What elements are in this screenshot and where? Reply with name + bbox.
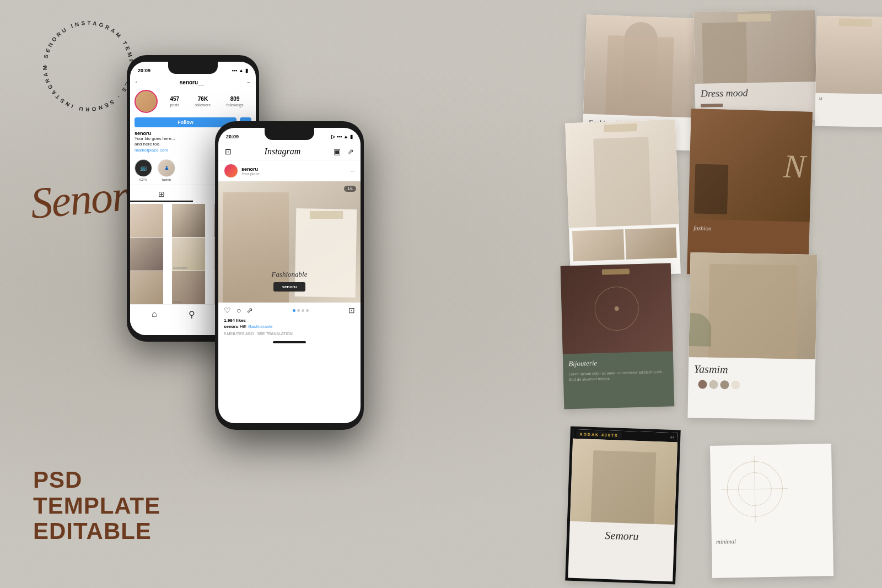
swatch-4	[731, 380, 740, 389]
post-time: 9 MINUTES AGO SEE TRANSLATION	[218, 332, 361, 339]
grid-cell-8: Semoru	[172, 271, 205, 304]
psd-line1: PSD	[33, 467, 160, 493]
grid-cell-4	[130, 238, 163, 271]
post-tape	[310, 211, 343, 219]
template-card-white-fashion	[565, 120, 681, 278]
ig-feed-screen: ⊡ Instagram ▣ ⇗ senoru Your place	[218, 143, 361, 339]
caption-hashtag[interactable]: #fashionable	[248, 324, 272, 329]
instagram-logo: Instagram	[265, 147, 301, 157]
kodak-text: KODAK 400TX	[576, 431, 622, 439]
location-icon: ▷	[331, 134, 335, 139]
post-actions: ♡ ○ ⇗ ⊡	[218, 303, 361, 318]
post-counter: 1/4	[344, 186, 356, 192]
grid-cell-5: fashionable	[172, 238, 205, 271]
feed-top-icons: ▣ ⇗	[334, 147, 354, 156]
wifi-icon: ▲	[239, 68, 244, 73]
post-more-icon[interactable]: ···	[351, 168, 355, 174]
stat-posts: 457 posts	[170, 96, 179, 107]
profile-avatar-row: 457 posts 76K followers 809 followings	[130, 88, 256, 115]
card2-text: Dress mood	[695, 82, 817, 104]
status-icons-front: ▷ ▪▪▪ ▲ ▮	[331, 134, 353, 139]
template-cards-area: Fashionable Dress mood M	[507, 0, 882, 588]
grid-cell-7	[130, 271, 163, 304]
profile-username-header: senoru__	[180, 79, 204, 85]
card5-photo: N	[689, 109, 813, 222]
card4-photo	[565, 120, 679, 228]
post-caption: senoru Hi!! #fashionable	[218, 323, 361, 332]
home-icon[interactable]: ⌂	[152, 309, 157, 320]
template-card-brown: N fashion	[687, 109, 813, 277]
post-image-badge: senoru	[273, 282, 306, 292]
status-time-back: 20:09	[138, 68, 150, 73]
template-card-dress-mood: Dress mood	[693, 10, 816, 122]
see-translation[interactable]: SEE TRANSLATION	[257, 332, 292, 336]
tab-grid[interactable]: ⊞	[130, 187, 193, 202]
circle-text-path: · SENORU INSTAGRAM TEMPLATES · SENORU IN…	[33, 11, 135, 112]
grid-cell-1	[130, 204, 163, 237]
psd-line2: TEMPLATE	[33, 493, 160, 519]
phone-front-screen: 20:09 ▷ ▪▪▪ ▲ ▮ ⊡ Instagram ▣ ⇗	[218, 128, 361, 423]
profile-top-bar: ‹ senoru__ ···	[130, 77, 256, 88]
stat-followings: 809 followings	[227, 96, 244, 107]
post-image-overlay: Fashionable senoru	[218, 270, 361, 292]
phone-front-notch	[265, 128, 314, 140]
post-image: 1/4 Fashionable senoru	[218, 181, 361, 303]
card9-bottom: minimal	[712, 532, 833, 549]
dot-4	[306, 309, 309, 312]
caption-username: senoru	[224, 324, 239, 329]
card3-label: M	[815, 93, 882, 106]
comment-icon[interactable]: ○	[236, 306, 241, 315]
post-username: senoru	[241, 166, 260, 172]
send-icon[interactable]: ⇗	[347, 147, 354, 156]
card5-letter: N	[783, 147, 806, 186]
follow-button[interactable]: Follow	[135, 117, 236, 127]
card4-bottom	[569, 224, 680, 265]
post-image-fashionable: Fashionable	[272, 270, 308, 279]
template-card-kodak: KODAK 400TX 44 Semoru	[565, 427, 681, 585]
kodak-frame: 44	[670, 435, 674, 439]
card6-body-text: Lorem ipsum dolor sit amet, consectetur …	[569, 369, 668, 382]
like-icon[interactable]: ♡	[224, 306, 231, 315]
card8-script: Semoru	[574, 526, 670, 546]
card5-bottom: fashion	[688, 219, 810, 240]
card6-text-area: Bijouterie Lorem ipsum dolor sit amet, c…	[563, 351, 674, 388]
svg-text:· SENORU INSTAGRAM TEMPLATES ·: · SENORU INSTAGRAM TEMPLATES · SENORU IN…	[33, 11, 135, 112]
swatch-1	[698, 380, 707, 389]
card8-photo	[570, 439, 677, 525]
signal-icon: ▪▪▪	[232, 68, 238, 73]
card9-label: minimal	[716, 536, 829, 545]
status-time-front: 20:09	[226, 134, 239, 139]
card7-swatches	[693, 375, 810, 395]
card6-text: Bijouterie	[568, 357, 668, 369]
template-card-portrait: M	[815, 16, 882, 127]
phone-front: 20:09 ▷ ▪▪▪ ▲ ▮ ⊡ Instagram ▣ ⇗	[215, 121, 364, 430]
template-card-bijouterie: Bijouterie Lorem ipsum dolor sit amet, c…	[561, 263, 675, 409]
grid-cell-2	[172, 204, 205, 237]
save-icon[interactable]: ⊡	[348, 306, 355, 315]
phone-back-notch	[168, 62, 218, 74]
back-chevron[interactable]: ‹	[136, 80, 137, 85]
post-dots-indicator	[293, 309, 309, 312]
dot-1	[293, 309, 295, 312]
template-card-abstract: minimal	[710, 444, 833, 578]
card7-text: Yasmim	[694, 363, 810, 377]
post-avatar	[224, 164, 238, 178]
status-icons-back: ▪▪▪ ▲ ▮	[232, 68, 249, 73]
more-icon[interactable]: ···	[246, 80, 250, 85]
home-indicator-front	[273, 341, 306, 343]
card7-photo	[689, 252, 817, 359]
search-nav-icon[interactable]: ⚲	[189, 309, 195, 320]
template-card-yasmim: Yasmim	[687, 252, 817, 420]
highlight-igtv: 📺 IGTV	[135, 159, 152, 181]
card8-text-area: Semoru	[569, 521, 675, 551]
camera-icon[interactable]: ⊡	[225, 147, 232, 156]
card9-area	[710, 444, 833, 534]
psd-line3: EDITABLE	[33, 519, 160, 544]
igtv-nav-icon[interactable]: ▣	[334, 147, 341, 156]
post-header: senoru Your place ···	[218, 160, 361, 181]
share-icon[interactable]: ⇗	[246, 306, 253, 315]
card2-accent-bar	[701, 104, 723, 107]
post-user: senoru Your place	[224, 164, 260, 178]
card1-photo	[583, 15, 697, 118]
profile-avatar	[135, 90, 158, 113]
